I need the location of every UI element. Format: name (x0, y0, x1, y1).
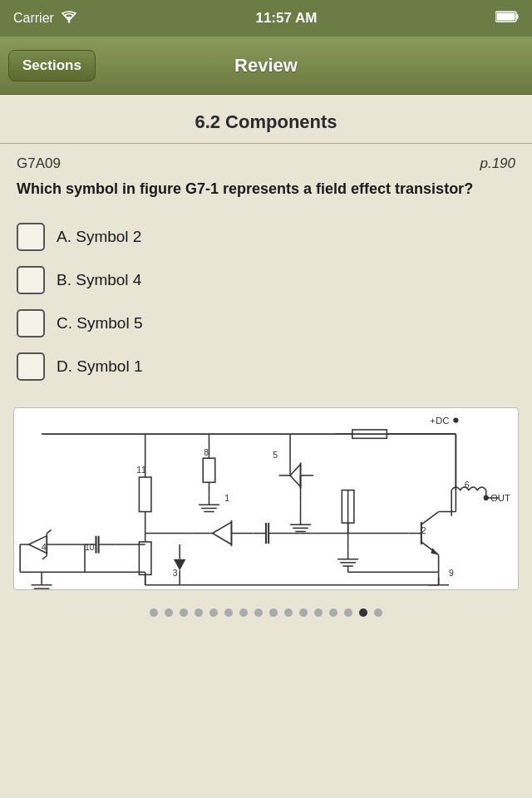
section-title: 6.2 Components (195, 111, 337, 132)
status-bar-left: Carrier (13, 10, 77, 27)
checkbox-c[interactable] (17, 309, 45, 337)
svg-text:1: 1 (224, 494, 229, 503)
circuit-svg: +DC OUT 6 2 (14, 408, 518, 589)
content-area: 6.2 Components G7A09 p.190 Which symbol … (0, 95, 532, 623)
nav-bar: Sections Review (0, 37, 532, 95)
status-bar-time: 11:57 AM (255, 10, 317, 27)
dot-3[interactable] (180, 608, 188, 617)
question-area: G7A09 p.190 Which symbol in figure G7-1 … (0, 144, 532, 223)
pagination (0, 598, 532, 623)
dot-11[interactable] (299, 608, 308, 617)
answer-label-c: C. Symbol 5 (57, 314, 142, 332)
answer-option-d[interactable]: D. Symbol 1 (17, 352, 515, 381)
svg-text:5: 5 (273, 451, 278, 460)
answer-option-b[interactable]: B. Symbol 4 (17, 266, 515, 294)
section-title-bar: 6.2 Components (0, 95, 532, 144)
svg-text:+DC: +DC (430, 416, 449, 426)
nav-title: Review (234, 55, 298, 76)
question-page: p.190 (480, 155, 515, 172)
status-bar: Carrier 11:57 AM (0, 0, 532, 37)
dot-12[interactable] (314, 608, 323, 617)
svg-rect-3 (497, 13, 515, 21)
svg-rect-4 (16, 408, 516, 589)
dot-4[interactable] (195, 608, 203, 617)
answer-options: A. Symbol 2 B. Symbol 4 C. Symbol 5 D. S… (0, 223, 532, 404)
dot-13[interactable] (329, 608, 337, 617)
answer-label-b: B. Symbol 4 (57, 271, 141, 289)
checkbox-a[interactable] (17, 223, 45, 251)
status-bar-right (495, 11, 519, 26)
dot-5[interactable] (209, 608, 218, 617)
dot-1[interactable] (150, 608, 158, 617)
answer-label-a: A. Symbol 2 (57, 228, 141, 246)
svg-rect-2 (517, 14, 519, 19)
svg-text:9: 9 (449, 569, 454, 579)
dot-7[interactable] (239, 608, 248, 617)
answer-option-c[interactable]: C. Symbol 5 (17, 309, 515, 337)
dot-2[interactable] (165, 608, 173, 617)
battery-icon (495, 11, 519, 26)
sections-button[interactable]: Sections (8, 50, 96, 81)
dot-14[interactable] (344, 608, 352, 617)
checkbox-d[interactable] (17, 352, 45, 381)
answer-label-d: D. Symbol 1 (57, 357, 142, 376)
question-meta: G7A09 p.190 (17, 155, 515, 172)
svg-point-6 (453, 418, 458, 423)
svg-text:3: 3 (173, 569, 178, 579)
question-text: Which symbol in figure G7-1 represents a… (17, 179, 515, 200)
answer-option-a[interactable]: A. Symbol 2 (17, 223, 515, 251)
dot-9[interactable] (269, 608, 278, 617)
dot-8[interactable] (254, 608, 263, 617)
checkbox-b[interactable] (17, 266, 45, 294)
svg-text:8: 8 (204, 448, 209, 457)
svg-point-0 (67, 21, 70, 23)
circuit-diagram: +DC OUT 6 2 (13, 407, 519, 590)
dot-15[interactable] (359, 608, 367, 617)
carrier-label: Carrier (13, 11, 54, 26)
dot-10[interactable] (284, 608, 293, 617)
dot-6[interactable] (224, 608, 233, 617)
svg-text:6: 6 (465, 480, 470, 490)
question-id: G7A09 (17, 155, 61, 172)
wifi-icon (61, 10, 77, 27)
dot-16[interactable] (374, 608, 382, 617)
